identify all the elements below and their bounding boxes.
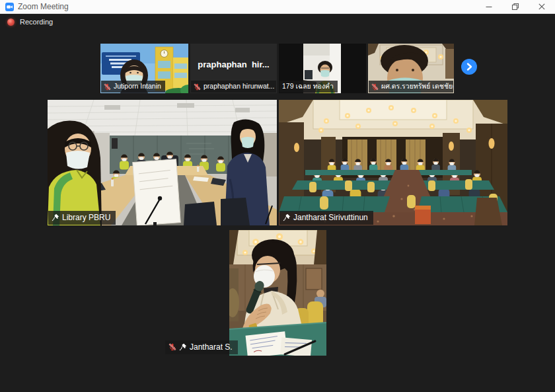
window-title: Zoom Meeting bbox=[18, 2, 69, 11]
mic-muted-icon bbox=[168, 343, 176, 351]
pin-icon bbox=[179, 343, 187, 351]
meeting-stage: Recording bbox=[0, 14, 555, 392]
participant-name-tag: Library PBRU bbox=[48, 211, 116, 225]
participant-name: Jutiporn Intanin bbox=[114, 83, 161, 91]
thumbnail-179-chaloey[interactable]: 179 เฉลย ทองคำ bbox=[279, 44, 366, 93]
participant-name: praphaphan hirunwat... bbox=[204, 83, 274, 91]
minimize-button[interactable] bbox=[476, 0, 502, 13]
recording-indicator: Recording bbox=[7, 18, 53, 26]
pin-icon bbox=[283, 214, 291, 221]
mic-muted-icon bbox=[371, 83, 379, 91]
close-button[interactable] bbox=[529, 0, 555, 13]
restore-button[interactable] bbox=[502, 0, 529, 13]
window-controls bbox=[476, 0, 555, 13]
mic-muted-icon bbox=[194, 83, 201, 91]
participant-name: Jantharat S. bbox=[190, 343, 233, 352]
participant-name: Library PBRU bbox=[62, 214, 110, 222]
thumbnail-jutiporn-intanin[interactable]: Jutiporn Intanin bbox=[100, 44, 188, 93]
video-tile-jantharat-s[interactable]: Jantharat S. bbox=[163, 228, 392, 358]
chevron-right-icon bbox=[461, 59, 477, 75]
video-feed bbox=[48, 100, 277, 225]
video-feed bbox=[279, 100, 507, 225]
participant-name-tag: ผศ.ดร.รวยทรัพย์ เดชชัยศรี bbox=[369, 81, 453, 93]
participant-name: ผศ.ดร.รวยทรัพย์ เดชชัยศรี bbox=[381, 83, 453, 91]
participant-name-tag: Jantharat Sirivuttinun bbox=[279, 211, 373, 225]
thumbnail-ruaysap[interactable]: ผศ.ดร.รวยทรัพย์ เดชชัยศรี bbox=[368, 44, 454, 93]
next-participants-button[interactable] bbox=[461, 59, 477, 75]
zoom-app-icon bbox=[5, 3, 14, 11]
video-tile-library-pbru[interactable]: Library PBRU bbox=[48, 100, 277, 225]
mic-muted-icon bbox=[104, 83, 111, 91]
participant-name-tag: Jantharat S. bbox=[165, 340, 238, 354]
pin-icon bbox=[52, 214, 59, 221]
recording-dot-icon bbox=[7, 19, 15, 26]
participant-name-tag: Jutiporn Intanin bbox=[101, 81, 165, 93]
zoom-meeting-window: Zoom Meeting Recording bbox=[0, 0, 555, 392]
titlebar: Zoom Meeting bbox=[0, 0, 555, 14]
participant-display-name: praphaphan hir... bbox=[190, 44, 277, 85]
participant-name: 179 เฉลย ทองคำ bbox=[282, 83, 334, 91]
thumbnail-praphaphan[interactable]: praphaphan hir... praphaphan hirunwat... bbox=[190, 44, 277, 93]
participant-name-tag: praphaphan hirunwat... bbox=[191, 81, 276, 93]
participant-name-tag: 179 เฉลย ทองคำ bbox=[279, 81, 338, 93]
recording-label: Recording bbox=[20, 18, 53, 26]
video-tile-jantharat-sirivuttinun[interactable]: Jantharat Sirivuttinun bbox=[279, 100, 507, 225]
portrait-video-wrapper bbox=[229, 230, 326, 356]
video-feed bbox=[229, 230, 326, 356]
participant-name: Jantharat Sirivuttinun bbox=[293, 214, 368, 222]
